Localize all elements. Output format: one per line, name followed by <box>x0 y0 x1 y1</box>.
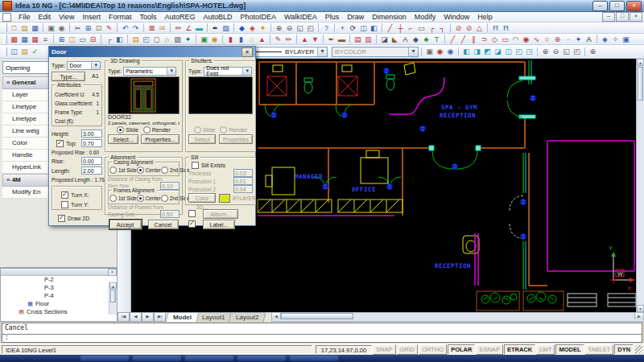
window-icon[interactable]: ◰ <box>141 35 151 44</box>
color-combo[interactable]: BYCOLOR▼ <box>332 47 419 57</box>
elevation-icon[interactable]: Ħ <box>501 23 511 33</box>
panel-icon[interactable]: ⊟ <box>88 35 98 44</box>
close-button[interactable]: × <box>626 1 642 11</box>
close-icon[interactable]: × <box>108 269 117 276</box>
status-toggle[interactable]: SNAP <box>373 344 395 355</box>
frames-2nd-radio[interactable] <box>161 195 168 202</box>
select-button[interactable]: Select... <box>108 134 138 144</box>
door-type-select[interactable]: Door▼ <box>67 61 101 70</box>
shutters-select-button[interactable]: Select <box>188 134 216 144</box>
height-field[interactable]: 3.00 <box>81 130 102 138</box>
chamfer-icon[interactable]: ┐ <box>437 23 448 33</box>
wedge-icon[interactable]: ◣ <box>390 35 400 44</box>
menu-item[interactable]: AutoREG <box>160 13 199 21</box>
text-3d-icon[interactable]: A <box>400 35 411 44</box>
paint-icon[interactable]: ✒ <box>326 35 336 44</box>
view-swiso-icon[interactable]: ◳ <box>524 47 535 56</box>
tree-icon[interactable]: T <box>431 35 442 44</box>
light-icon[interactable]: ✦ <box>258 23 268 33</box>
menu-item[interactable]: Insert <box>78 13 105 21</box>
furniture-icon[interactable]: ◉ <box>209 35 220 44</box>
draw-rect-icon[interactable]: ▭ <box>500 35 510 44</box>
tree-item[interactable]: ▦ Floor <box>1 300 117 308</box>
open-icon[interactable]: ▤ <box>19 23 30 33</box>
coordinates-display[interactable]: 17,23,14.97,0.00 <box>316 345 372 354</box>
album-button[interactable]: Album... <box>203 209 238 219</box>
menu-item[interactable]: Format <box>105 13 136 21</box>
materials-icon[interactable]: ◈ <box>247 23 258 33</box>
dialog-close-icon[interactable]: × <box>242 47 253 57</box>
menu-item[interactable]: Tools <box>135 13 160 21</box>
slab-icon[interactable]: ▭ <box>77 35 88 44</box>
shutters-type-select[interactable]: Does not Exist▼ <box>204 67 252 76</box>
link-icon[interactable]: ⊠ <box>147 23 157 33</box>
draw-arc-icon[interactable]: ◠ <box>510 35 521 44</box>
top-field[interactable]: 0.70 <box>81 139 102 147</box>
menu-item[interactable]: PhotoIDEA <box>237 13 281 21</box>
menu-item[interactable]: Draw <box>343 13 368 21</box>
dialog-titlebar[interactable]: Door × <box>49 47 255 57</box>
render-icon[interactable]: ◆ <box>237 23 247 33</box>
grid-red-icon[interactable]: ▦ <box>30 35 40 44</box>
shutters-slide-radio[interactable] <box>194 126 201 134</box>
measure-angle-icon[interactable]: ∠ <box>184 23 194 33</box>
rail-1-icon[interactable]: ▤ <box>353 35 363 44</box>
properties-button[interactable]: Properties... <box>141 134 180 144</box>
sill-protrusion1-field[interactable]: 0.01 <box>233 177 253 185</box>
fillet-icon[interactable]: ┌ <box>427 23 437 33</box>
grid-blue-icon[interactable]: ▦ <box>19 35 30 44</box>
zoom-window-icon[interactable]: ◱ <box>295 23 305 33</box>
layer-state-icon[interactable]: ✓ <box>30 47 40 56</box>
draw-pline-icon[interactable]: ╱ <box>458 35 469 44</box>
menu-item[interactable]: View <box>55 13 78 21</box>
tree-item[interactable]: P-2 <box>1 276 117 284</box>
no-snap-icon[interactable]: ⊘ <box>464 23 474 33</box>
pan-icon[interactable]: + <box>337 23 348 33</box>
taskbar-button[interactable] <box>80 356 129 361</box>
scroll-up-icon[interactable]: ▲ <box>637 59 644 66</box>
cut-icon[interactable]: ✂ <box>72 23 83 33</box>
scrollbar-thumb[interactable] <box>110 290 116 302</box>
canvas-hscrollbar[interactable]: ◀ ▶ <box>271 312 644 322</box>
obj-properties-icon[interactable]: ◉ <box>445 47 456 56</box>
cancel-button[interactable]: Cancel <box>148 220 179 229</box>
sill-protrusion2-field[interactable]: 0.04 <box>233 185 253 193</box>
redline-icon[interactable]: ✏ <box>173 23 184 33</box>
save-icon[interactable]: ▦ <box>30 23 40 33</box>
door-preview[interactable] <box>108 76 180 114</box>
view-right-icon[interactable]: ◪ <box>493 47 503 56</box>
linetype-combo[interactable]: BYLAYER▼ <box>251 47 328 57</box>
triangle-icon[interactable]: △ <box>474 23 485 33</box>
zoom-previous-icon[interactable]: ⊖ <box>551 47 561 56</box>
regen-icon[interactable]: ⟳ <box>348 23 358 33</box>
plot-style-icon[interactable]: ▣ <box>424 47 435 56</box>
resize-grip[interactable] <box>635 345 642 354</box>
zoom-all-icon[interactable]: ⊕ <box>588 47 598 56</box>
drawing3d-type-select[interactable]: Parametric▼ <box>123 67 176 76</box>
command-input[interactable]: : <box>2 335 642 343</box>
draw-polygon-icon[interactable]: ◇ <box>489 35 500 44</box>
taskbar-button[interactable] <box>237 356 286 361</box>
redo-icon[interactable]: ↷ <box>130 23 141 33</box>
view-top-icon[interactable]: ◧ <box>461 47 472 56</box>
mdi-restore-button[interactable]: □ <box>616 12 629 22</box>
status-toggle[interactable]: GRID <box>397 344 419 355</box>
chair-icon[interactable]: ♣ <box>421 35 431 44</box>
table-icon[interactable]: ⊞ <box>56 35 67 44</box>
shutters-properties-button[interactable]: Properties <box>219 134 253 144</box>
draw-donut-icon[interactable]: ⊛ <box>552 35 563 44</box>
layout-tab[interactable]: Layout2 <box>228 312 266 322</box>
draw-line-icon[interactable]: ╱ <box>448 35 458 44</box>
casing-1st-radio[interactable] <box>109 167 117 174</box>
viewports-icon[interactable]: ◫ <box>358 23 369 33</box>
type-button[interactable]: Type... <box>52 72 85 81</box>
draw-circle-icon[interactable]: ◉ <box>521 35 531 44</box>
scrollbar-thumb[interactable] <box>281 313 353 319</box>
levels-icon[interactable]: ≡ <box>40 35 51 44</box>
render-radio[interactable] <box>143 126 151 134</box>
dist-frames-field[interactable]: 0.50 <box>160 210 180 218</box>
taskbar-button[interactable] <box>290 356 338 361</box>
menu-item[interactable]: Modify <box>411 13 440 21</box>
columns-icon[interactable]: ◫ <box>67 35 77 44</box>
down-icon[interactable]: ▼ <box>310 35 320 44</box>
